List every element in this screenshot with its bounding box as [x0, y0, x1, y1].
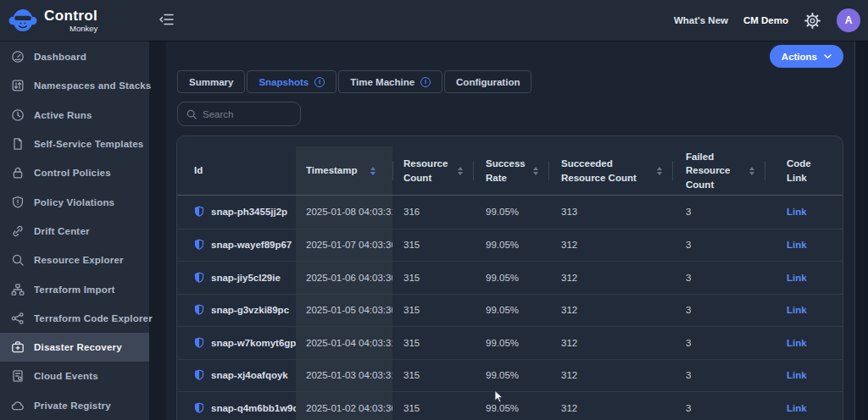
account-menu[interactable]: CM Demo	[743, 15, 788, 25]
tab-summary[interactable]: Summary	[177, 70, 245, 93]
sidebar-item-label: Terraform Code Explorer	[34, 313, 153, 323]
active-runs-icon	[11, 108, 25, 122]
sidebar-item-cloud-events[interactable]: Cloud Events	[0, 362, 149, 390]
sidebar-item-terraform-import[interactable]: Terraform Import	[0, 274, 149, 303]
sort-icon[interactable]	[370, 167, 376, 175]
sidebar-item-namespaces-and-stacks[interactable]: Namespaces and Stacks	[0, 71, 149, 100]
info-icon[interactable]: i	[420, 77, 431, 87]
column-header-id: Id	[177, 146, 296, 195]
tab-label: Configuration	[456, 77, 520, 87]
cell-timestamp: 2025-01-05 04:03:30	[296, 295, 392, 327]
column-header-succeeded-resource-count[interactable]: Succeeded Resource Count	[548, 146, 672, 195]
cell-succeeded-resource-count: 312	[548, 327, 672, 359]
table-row[interactable]: snap-wayef89p672025-01-07 04:03:3031599.…	[177, 229, 843, 262]
snapshot-id: snap-wayef89p67	[211, 240, 292, 250]
cell-success-rate: 99.05%	[473, 295, 548, 327]
gear-icon[interactable]	[804, 12, 821, 30]
cell-id: snap-jiy5cl29ie	[177, 262, 296, 294]
avatar[interactable]: A	[837, 8, 860, 32]
snapshot-icon	[194, 369, 204, 381]
sort-icon[interactable]	[657, 167, 662, 175]
cell-success-rate: 99.05%	[473, 229, 548, 262]
table-row[interactable]: snap-ph3455jj2p2025-01-08 04:03:3131699.…	[177, 196, 843, 229]
drift-icon	[11, 224, 25, 238]
table-row[interactable]: snap-jiy5cl29ie2025-01-06 04:03:3031599.…	[177, 261, 843, 294]
tab-configuration[interactable]: Configuration	[444, 70, 531, 93]
cell-succeeded-resource-count: 312	[548, 229, 672, 262]
column-header-timestamp[interactable]: Timestamp	[296, 146, 392, 195]
cell-failed-resource-count: 3	[672, 327, 765, 359]
table-row[interactable]: snap-w7komyt6gp2025-01-04 04:03:3131599.…	[177, 326, 843, 359]
sidebar-item-private-registry[interactable]: Private Registry	[0, 391, 149, 420]
column-label: Failed Resource Count	[686, 150, 749, 191]
dashboard-icon	[11, 50, 25, 64]
whats-new-link[interactable]: What's New	[674, 15, 728, 25]
tab-snapshots[interactable]: Snapshotsi	[247, 70, 337, 93]
table-header-row: IdTimestampResource CountSuccess RateSuc…	[177, 146, 843, 196]
code-link[interactable]: Link	[787, 403, 807, 413]
sort-icon[interactable]	[749, 167, 754, 175]
snapshot-id: snap-jiy5cl29ie	[211, 273, 281, 283]
code-link[interactable]: Link	[787, 207, 807, 217]
column-label: Code Link	[787, 157, 821, 184]
cell-failed-resource-count: 3	[672, 229, 765, 262]
column-header-code-link: Code Link	[765, 146, 843, 195]
cell-success-rate: 99.05%	[473, 262, 548, 294]
table-row[interactable]: snap-xj4oafqoyk2025-01-03 04:03:3131599.…	[177, 359, 843, 392]
code-link[interactable]: Link	[787, 370, 807, 380]
sidebar-item-policy-violations[interactable]: Policy Violations	[0, 187, 149, 216]
cell-success-rate: 99.05%	[473, 360, 548, 392]
page-scrollbar[interactable]	[854, 41, 868, 420]
cell-timestamp: 2025-01-06 04:03:30	[296, 262, 392, 294]
sidebar: DashboardNamespaces and StacksActive Run…	[0, 41, 149, 420]
chevron-down-icon	[824, 54, 832, 59]
cell-code-link: Link	[765, 327, 843, 359]
column-label: Id	[194, 163, 203, 177]
sidebar-item-dashboard[interactable]: Dashboard	[0, 42, 149, 71]
sidebar-item-resource-explorer[interactable]: Resource Explorer	[0, 246, 149, 274]
sidebar-collapse-icon[interactable]	[159, 12, 175, 30]
sidebar-item-label: Active Runs	[34, 110, 92, 120]
column-header-success-rate[interactable]: Success Rate	[473, 146, 548, 195]
tab-time-machine[interactable]: Time Machinei	[338, 70, 442, 93]
sidebar-item-terraform-code-explorer[interactable]: Terraform Code Explorer	[0, 304, 149, 333]
column-label: Timestamp	[306, 163, 358, 177]
sidebar-item-control-policies[interactable]: Control Policies	[0, 158, 149, 187]
explorer-icon	[11, 253, 25, 267]
sidebar-item-disaster-recovery[interactable]: Disaster Recovery	[0, 333, 149, 362]
sidebar-item-label: Private Registry	[34, 401, 111, 411]
namespaces-icon	[11, 79, 25, 92]
cell-failed-resource-count: 3	[672, 360, 765, 392]
app-window: Control Monkey What's New CM Demo	[0, 0, 868, 420]
tf-import-icon	[11, 283, 25, 296]
sort-icon[interactable]	[458, 167, 463, 175]
cell-succeeded-resource-count: 312	[548, 392, 672, 420]
actions-button[interactable]: Actions	[770, 45, 843, 68]
sidebar-item-self-service-templates[interactable]: Self-Service Templates	[0, 130, 149, 158]
sidebar-item-drift-center[interactable]: Drift Center	[0, 217, 149, 246]
sidebar-nav: DashboardNamespaces and StacksActive Run…	[0, 42, 149, 420]
search-input[interactable]	[203, 109, 292, 119]
column-header-failed-resource-count[interactable]: Failed Resource Count	[672, 146, 765, 195]
sort-icon[interactable]	[533, 167, 538, 175]
column-header-resource-count[interactable]: Resource Count	[392, 146, 473, 195]
info-icon[interactable]: i	[314, 77, 325, 87]
code-link[interactable]: Link	[787, 273, 807, 283]
actions-label: Actions	[782, 52, 817, 62]
cell-succeeded-resource-count: 312	[548, 295, 672, 327]
sidebar-item-label: Disaster Recovery	[34, 342, 122, 352]
cell-success-rate: 99.05%	[473, 196, 548, 229]
table-row[interactable]: snap-g3vzki89pc2025-01-05 04:03:3031599.…	[177, 294, 843, 327]
code-link[interactable]: Link	[787, 305, 807, 315]
sidebar-item-label: Resource Explorer	[34, 255, 124, 265]
logo[interactable]: Control Monkey	[0, 7, 97, 35]
snapshot-id: snap-ph3455jj2p	[211, 207, 287, 217]
code-link[interactable]: Link	[787, 338, 807, 348]
table-row[interactable]: snap-q4m6bb1w9d2025-01-02 04:03:3031599.…	[177, 391, 843, 420]
code-link[interactable]: Link	[787, 240, 807, 250]
sidebar-item-active-runs[interactable]: Active Runs	[0, 101, 149, 130]
cell-code-link: Link	[765, 392, 843, 420]
cell-resource-count: 315	[392, 360, 473, 392]
search-box[interactable]	[177, 102, 301, 126]
snapshot-id: snap-w7komyt6gp	[211, 338, 296, 348]
